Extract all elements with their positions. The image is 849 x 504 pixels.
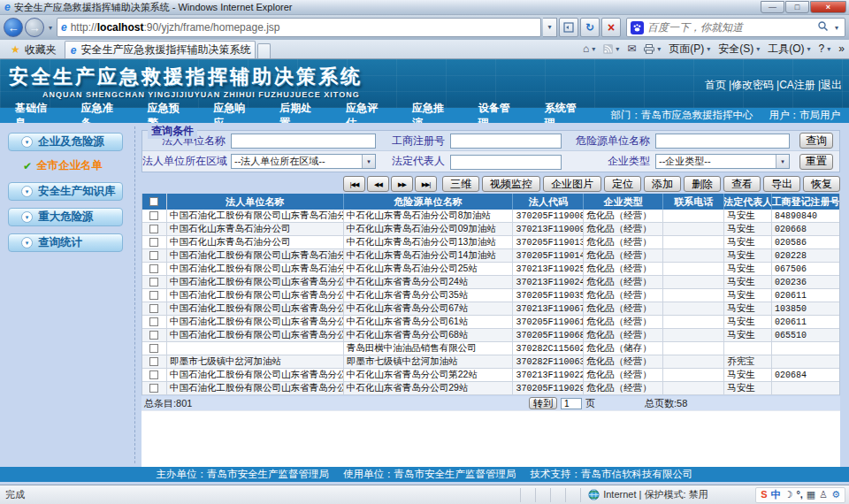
business-reg-no-input[interactable] — [450, 134, 562, 149]
help-menu[interactable]: ?▾ — [819, 42, 831, 55]
forward-button[interactable]: → — [25, 18, 44, 37]
home-button[interactable]: ⌂▾ — [583, 42, 595, 55]
address-input[interactable]: e http://localhost:90/yjzh/frame/homepag… — [57, 18, 541, 37]
refresh-button[interactable]: ↻ — [580, 18, 600, 37]
sidebar-item-citywide-enterprise-list[interactable]: ✔ 全市企业名单 — [23, 158, 131, 173]
sidebar-splitter[interactable] — [131, 123, 140, 467]
hazard-name-input[interactable] — [655, 134, 790, 149]
tray-icon[interactable]: ♙ — [819, 490, 828, 500]
row-checkbox[interactable] — [149, 357, 158, 366]
toolbar-button[interactable]: 查看 — [723, 176, 761, 192]
banner-link[interactable]: |CA注册 — [776, 78, 815, 93]
tray-icon[interactable]: ☽ — [784, 490, 793, 500]
tray-icon[interactable]: ▦ — [807, 490, 815, 500]
sidebar-group-knowledge-base[interactable]: ▾ 安全生产知识库 — [8, 182, 123, 201]
tools-menu[interactable]: 工具(O)▾ — [768, 42, 810, 57]
search-magnifier-icon[interactable] — [817, 19, 829, 35]
table-row[interactable]: 中国石油化工股份有限公司山东省青岛分公司 中石化山东省青岛分公司第22站 370… — [142, 369, 839, 382]
row-checkbox[interactable] — [149, 384, 158, 393]
overflow-chevron[interactable]: » — [838, 42, 845, 55]
row-checkbox[interactable] — [149, 331, 158, 340]
table-row[interactable]: 中国石油化工股份有限公司山东省青岛分公司 中石化山东省青岛分公司68站 3702… — [142, 329, 839, 342]
toolbar-button[interactable]: 视频监控 — [482, 176, 540, 192]
cell-legal-name: 中国石化山东青岛石油分公司 — [167, 223, 344, 235]
stop-button[interactable]: × — [601, 18, 621, 37]
row-checkbox[interactable] — [149, 225, 158, 233]
ent-type-select[interactable]: --企业类型--▾ — [655, 154, 790, 169]
table-row[interactable]: 中国石油化工股份有限公司山东青岛石油分公司 中石化山东青岛石油分公司8加油站 3… — [142, 210, 839, 223]
toolbar-button[interactable]: 删除 — [684, 176, 721, 192]
row-checkbox[interactable] — [149, 370, 158, 379]
table-row[interactable]: 中国石油化工股份有限公司山东省青岛分公司 中石化山东省青岛分公司35站 3702… — [142, 289, 839, 302]
toolbar-button[interactable]: 添加 — [644, 176, 681, 192]
pager-button[interactable]: |◀◀ — [343, 176, 365, 192]
search-dropdown[interactable]: ▾ — [832, 24, 841, 32]
table-row[interactable]: 中国石油化工股份有限公司山东省青岛分公司 中石化山东省青岛分公司61站 3702… — [142, 316, 839, 329]
legal-rep-input[interactable] — [450, 155, 562, 170]
minimize-button[interactable]: — — [761, 1, 784, 13]
cell-legal-rep: 马安生 — [724, 302, 772, 315]
row-checkbox[interactable] — [149, 291, 158, 300]
select-all-checkbox[interactable] — [149, 197, 158, 206]
page-menu[interactable]: 页面(P)▾ — [669, 42, 710, 57]
row-checkbox[interactable] — [149, 264, 158, 273]
feeds-button[interactable]: ▾ — [603, 44, 619, 54]
table-row[interactable]: 中国石油化工股份有限公司山东省青岛分公司 中石化山东省青岛分公司24站 3702… — [142, 276, 839, 289]
row-checkbox[interactable] — [149, 211, 158, 220]
sidebar-group-enterprise[interactable]: ▾ 企业及危险源 — [8, 133, 123, 151]
table-row[interactable]: 中国石油化工股份有限公司山东青岛石油分公司 中石化山东青岛石油分公司25站 37… — [142, 263, 839, 276]
row-checkbox[interactable] — [149, 251, 158, 260]
banner-link[interactable]: |修改密码 — [729, 78, 774, 93]
row-checkbox[interactable] — [149, 278, 158, 286]
table-row[interactable]: 中国石油化工股份有限公司山东省青岛分公司 中石化山东省青岛分公司67站 3702… — [142, 302, 839, 316]
row-checkbox[interactable] — [149, 238, 158, 247]
cell-hazard-name: 中石化山东省青岛分公司68站 — [344, 329, 514, 341]
legal-name-input[interactable] — [231, 134, 376, 149]
recent-pages-dropdown[interactable]: ▾ — [46, 24, 55, 32]
back-button[interactable]: ← — [4, 18, 23, 37]
address-dropdown[interactable]: ▾ — [543, 18, 557, 37]
safety-menu[interactable]: 安全(S)▾ — [718, 42, 760, 57]
table-row[interactable]: 中国石化山东青岛石油分公司 中石化山东青岛石油分公司13加油站 370205F1… — [142, 236, 839, 249]
goto-page-button[interactable]: 转到 — [529, 397, 557, 409]
banner-link[interactable]: |退出 — [818, 78, 842, 93]
sidebar-group-major-hazards[interactable]: ▾ 重大危险源 — [8, 208, 123, 226]
toolbar-button[interactable]: 恢复 — [803, 176, 840, 192]
table-row[interactable]: 中国石油化工股份有限公司山东省青岛分公司 中石化山东省青岛分公司29站 3702… — [142, 382, 839, 395]
favorites-button[interactable]: ★ 收藏夹 — [3, 41, 65, 58]
row-checkbox[interactable] — [149, 317, 158, 326]
table-row[interactable]: 中国石油化工股份有限公司山东青岛石油分公司 中石化山东青岛石油分公司14加油站 … — [142, 249, 839, 263]
reset-button[interactable]: 重置 — [799, 154, 833, 170]
page-number-input[interactable] — [561, 398, 582, 409]
toolbar-button[interactable]: 导出 — [763, 176, 800, 192]
tray-icon[interactable]: ⚙ — [831, 490, 840, 500]
toolbar-button[interactable]: 定位 — [604, 176, 641, 192]
pager-button[interactable]: ◀◀ — [367, 176, 389, 192]
pager-button[interactable]: ▶▶| — [415, 176, 437, 192]
close-button[interactable]: × — [810, 1, 846, 13]
sidebar-group-query-statistics[interactable]: ▾ 查询统计 — [8, 233, 123, 252]
table-row[interactable]: 即墨市七级镇中岔河加油站 即墨市七级镇中岔河加油站 370282F110063 … — [142, 355, 839, 369]
row-checkbox[interactable] — [149, 304, 158, 313]
new-tab-button[interactable] — [257, 43, 271, 58]
pager-button[interactable]: ▶▶ — [391, 176, 413, 192]
table-row[interactable]: 中国石化山东青岛石油分公司 中石化山东青岛石油分公司09加油站 370213F1… — [142, 223, 839, 236]
search-input[interactable] — [647, 21, 814, 34]
tray-icon[interactable]: °, — [796, 490, 802, 500]
toolbar-button[interactable]: 企业图片 — [543, 176, 601, 192]
printer-icon — [644, 44, 654, 54]
banner-link[interactable]: 首页 — [705, 78, 726, 93]
tray-icon[interactable]: S — [761, 490, 767, 500]
compatibility-view-button[interactable] — [559, 18, 578, 37]
search-button[interactable]: 查询 — [799, 133, 833, 149]
maximize-button[interactable]: □ — [785, 1, 809, 13]
region-select[interactable]: --法人单位所在区域--▾ — [231, 154, 376, 169]
cell-legal-code: 370213F119067 — [513, 302, 584, 315]
row-checkbox[interactable] — [149, 344, 158, 353]
print-button[interactable]: ▾ — [644, 44, 661, 54]
mail-button[interactable]: ✉ — [627, 42, 636, 55]
toolbar-button[interactable]: 三维 — [442, 176, 479, 192]
tray-icon[interactable]: 中 — [771, 490, 781, 500]
table-row[interactable]: 青岛田横中油油品销售有限公司 370282C115602 危化品（储存） — [142, 342, 839, 355]
browser-tab[interactable]: e 安全生产应急救援指挥辅助决策系统 — [65, 41, 256, 58]
